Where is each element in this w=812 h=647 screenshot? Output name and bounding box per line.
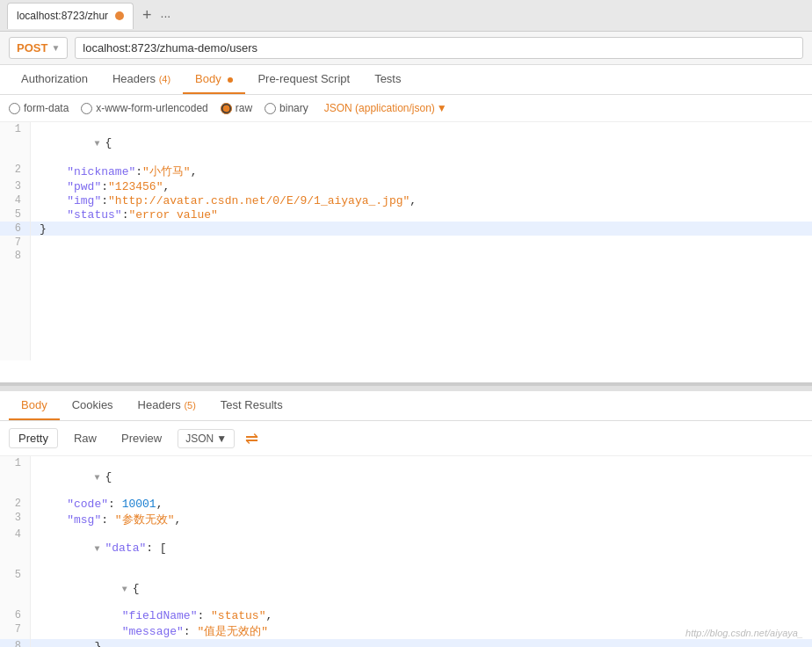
req-line-1: 1 ▼ { [0,122,812,163]
raw-button[interactable]: Raw [65,429,105,447]
form-data-option[interactable]: form-data [9,102,69,114]
browser-tab-bar: localhost:8723/zhur + ··· [0,0,812,32]
req-line-8: 8 [0,249,812,262]
request-tabs: Authorization Headers (4) Body Pre-reque… [0,65,812,95]
tab-headers[interactable]: Headers (4) [100,65,183,94]
response-tabs: Body Cookies Headers (5) Test Results [0,391,812,421]
req-line-10 [0,276,812,290]
req-line-9 [0,262,812,276]
resp-tab-cookies[interactable]: Cookies [60,391,126,420]
json-dropdown-button[interactable]: JSON ▼ [178,429,235,448]
tab-tests[interactable]: Tests [362,65,413,94]
req-line-5: 5 "status":"error value" [0,207,812,222]
resp-line-1: 1 ▼ { [0,456,812,497]
response-code-lines: 1 ▼ { 2 "code": 10001, 3 "msg": "参数无效", … [0,456,812,647]
resp-collapse-5[interactable]: ▼ [122,585,133,594]
response-options: Pretty Raw Preview JSON ▼ ⇌ [0,421,812,456]
body-options: form-data x-www-form-urlencoded raw bina… [0,95,812,122]
binary-option[interactable]: binary [265,102,308,114]
collapse-arrow-1[interactable]: ▼ [94,139,105,149]
resp-tab-headers[interactable]: Headers (5) [126,391,208,420]
req-line-12 [0,304,812,318]
req-line-11 [0,290,812,304]
resp-tab-body[interactable]: Body [9,391,60,420]
pretty-button[interactable]: Pretty [9,428,58,448]
headers-badge: (4) [159,74,170,84]
tab-title: localhost:8723/zhur [17,10,108,22]
wrap-button[interactable]: ⇌ [245,429,258,448]
resp-line-8: 8 } [0,639,812,647]
body-active-dot [228,77,233,83]
resp-line-5: 5 ▼ { [0,568,812,608]
method-button[interactable]: POST ▼ [9,37,68,59]
req-line-13 [0,318,812,332]
json-dropdown-icon: ▼ [437,102,447,114]
resp-line-4: 4 ▼ "data": [ [0,527,812,568]
url-bar: POST ▼ [0,32,812,65]
req-line-7: 7 [0,236,812,249]
resp-line-2: 2 "code": 10001, [0,497,812,511]
req-line-4: 4 "img":"http://avatar.csdn.net/0/E/9/1_… [0,193,812,207]
tab-body[interactable]: Body [183,65,245,94]
tab-authorization[interactable]: Authorization [9,65,100,94]
resp-line-6: 6 "fieldName": "status", [0,608,812,622]
resp-collapse-1[interactable]: ▼ [94,473,105,483]
tab-pre-request-script[interactable]: Pre-request Script [245,65,362,94]
method-label: POST [17,41,47,55]
request-code-lines: 1 ▼ { 2 "nickname":"小竹马", 3 "pwd":"12345… [0,122,812,360]
response-editor: 1 ▼ { 2 "code": 10001, 3 "msg": "参数无效", … [0,456,812,647]
resp-headers-badge: (5) [184,400,195,411]
req-line-14 [0,332,812,346]
resp-line-3: 3 "msg": "参数无效", [0,511,812,527]
watermark: http://blog.csdn.net/aiyaya_ [685,628,803,638]
req-line-2: 2 "nickname":"小竹马", [0,163,812,179]
resp-collapse-4[interactable]: ▼ [94,544,105,554]
url-input[interactable] [75,37,803,59]
new-tab-button[interactable]: + [137,6,157,25]
browser-tab[interactable]: localhost:8723/zhur [7,3,134,29]
tab-dot [115,11,124,20]
json-resp-dropdown-icon: ▼ [216,433,227,445]
json-format-select[interactable]: JSON (application/json) ▼ [324,102,447,114]
more-tabs-button[interactable]: ··· [157,9,175,23]
req-line-15 [0,346,812,360]
raw-option[interactable]: raw [221,102,252,114]
request-editor[interactable]: 1 ▼ { 2 "nickname":"小竹马", 3 "pwd":"12345… [0,122,812,386]
req-line-6: 6 } [0,222,812,236]
url-encoded-option[interactable]: x-www-form-urlencoded [81,102,207,114]
req-line-3: 3 "pwd":"123456", [0,179,812,193]
method-dropdown-icon: ▼ [51,43,60,53]
resp-tab-test-results[interactable]: Test Results [208,391,295,420]
preview-button[interactable]: Preview [112,429,170,447]
